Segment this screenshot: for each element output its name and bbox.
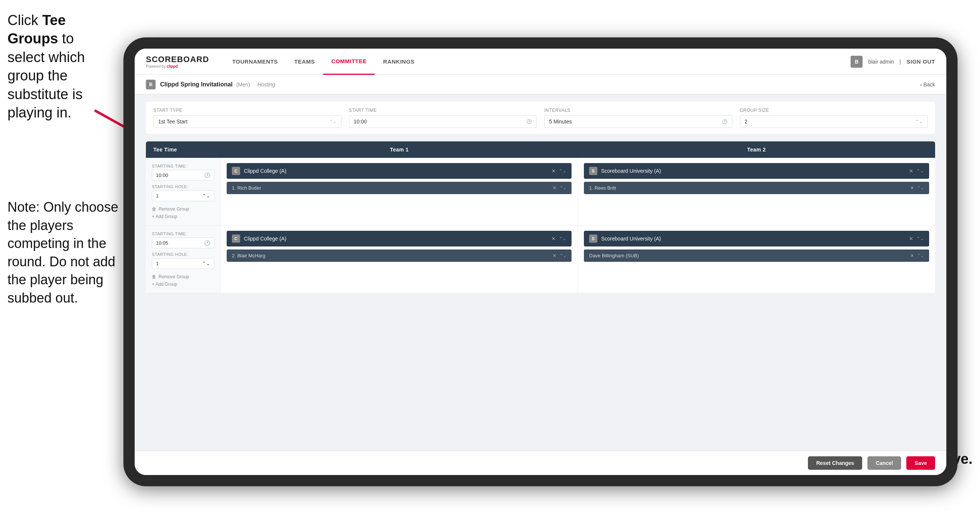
team1-expand-icon-2[interactable]: ⌃⌄ [559,236,566,241]
player1-remove-icon-2[interactable]: ✕ [552,253,557,258]
player1-card-2[interactable]: 2. Blair McHarg ✕ ⌃⌄ [227,250,571,262]
player1-right-2: ✕ ⌃⌄ [552,253,566,258]
team2-card-right-2: ✕ ⌃⌄ [909,236,924,242]
starting-hole-input-1[interactable]: 1 ⌃⌄ [152,190,214,201]
intervals-input[interactable]: 5 Minutes 🕐 [544,115,732,128]
note-prefix: Note: Only choose the players competing … [8,199,118,306]
nav-teams[interactable]: TEAMS [286,49,323,75]
team1-remove-icon-1[interactable]: ✕ [551,168,556,174]
player1-name-1: 1. Rich Butler [232,185,261,191]
team1-icon-2: C [232,234,240,243]
start-time-label: Start Time [349,108,537,113]
player1-expand-icon-1[interactable]: ⌃⌄ [560,186,566,190]
event-icon: B [146,80,156,89]
start-type-group: Start Type 1st Tee Start ⌃⌄ [153,108,342,128]
team1-expand-icon-1[interactable]: ⌃⌄ [559,168,566,174]
col-team1: Team 1 [221,142,578,158]
player2-expand-icon-1[interactable]: ⌃⌄ [917,186,924,190]
team1-name-2: Clippd College (A) [244,236,286,242]
save-button[interactable]: Save [906,456,935,470]
team2-card-1[interactable]: S Scoreboard University (A) ✕ ⌃⌄ [584,163,929,179]
team2-expand-icon-2[interactable]: ⌃⌄ [916,236,924,241]
team2-name-2: Scoreboard University (A) [601,236,661,242]
time-icon-2: 🕐 [204,240,210,246]
team2-remove-icon-1[interactable]: ✕ [909,168,913,174]
start-type-input[interactable]: 1st Tee Start ⌃⌄ [153,115,342,128]
trash-icon-1: 🗑 [152,207,156,212]
instruction-line1: Click [8,12,42,28]
footer-bar: Reset Changes Cancel Save [135,451,947,475]
team1-card-right-2: ✕ ⌃⌄ [551,236,566,242]
user-name: blair admin [868,59,894,65]
starting-time-label-1: STARTING TIME: [152,164,214,168]
add-group-btn-2[interactable]: + Add Group [152,282,214,287]
starting-hole-input-2[interactable]: 1 ⌃⌄ [152,258,214,269]
team2-expand-icon-1[interactable]: ⌃⌄ [916,168,924,174]
sign-out-link[interactable]: Sign out [906,58,935,65]
cancel-button[interactable]: Cancel [867,456,901,470]
tee-table-header: Tee Time Team 1 Team 2 [146,142,935,158]
team2-remove-icon-2[interactable]: ✕ [909,236,913,242]
logo-area: SCOREBOARD Powered by clippd [146,55,209,68]
starting-hole-label-1: STARTING HOLE: [152,185,214,189]
team2-col-1: S Scoreboard University (A) ✕ ⌃⌄ 1. Rees… [578,158,935,225]
hole-arrow-icon-1: ⌃⌄ [202,193,210,199]
hosting-badge: Hosting [257,81,275,88]
nav-tournaments[interactable]: TOURNAMENTS [224,49,286,75]
navbar: SCOREBOARD Powered by clippd TOURNAMENTS… [135,49,947,75]
player1-card-1[interactable]: 1. Rich Butler ✕ ⌃⌄ [227,182,571,194]
tee-time-col-2: STARTING TIME: 10:05 🕐 STARTING HOLE: 1 … [146,226,221,293]
start-time-icon: 🕐 [526,119,532,124]
start-type-label: Start Type [153,108,342,113]
team1-col-1: C Clippd College (A) ✕ ⌃⌄ 1. Rich Butler [221,158,578,225]
tee-time-col-1: STARTING TIME: 10:00 🕐 STARTING HOLE: 1 … [146,158,221,225]
reset-changes-button[interactable]: Reset Changes [808,456,862,470]
event-title: Clippd Spring Invitational [160,81,233,88]
back-button[interactable]: ‹ Back [920,81,935,88]
player2-remove-icon-1[interactable]: ✕ [910,185,914,191]
form-row: Start Type 1st Tee Start ⌃⌄ Start Time 1… [146,102,935,134]
starting-time-input-1[interactable]: 10:00 🕐 [152,170,214,181]
start-time-input[interactable]: 10:00 🕐 [349,115,537,128]
player1-remove-icon-1[interactable]: ✕ [552,185,557,191]
nav-rankings[interactable]: RANKINGS [375,49,423,75]
team2-card-left-2: S Scoreboard University (A) [589,234,661,243]
team1-remove-icon-2[interactable]: ✕ [551,236,556,242]
nav-committee[interactable]: COMMITTEE [323,49,375,75]
starting-time-input-2[interactable]: 10:05 🕐 [152,237,214,248]
trash-icon-2: 🗑 [152,274,156,279]
player2-card-1[interactable]: 1. Rees Britt ✕ ⌃⌄ [584,182,929,194]
tablet-screen: SCOREBOARD Powered by clippd TOURNAMENTS… [135,49,947,475]
player1-name-2: 2. Blair McHarg [232,253,266,258]
separator: | [900,59,901,65]
team2-card-2[interactable]: S Scoreboard University (A) ✕ ⌃⌄ [584,231,929,247]
team1-col-2: C Clippd College (A) ✕ ⌃⌄ 2. Blair McHar… [221,226,578,293]
player2-expand-icon-2[interactable]: ⌃⌄ [917,253,924,258]
remove-group-btn-2[interactable]: 🗑 Remove Group [152,274,214,279]
scoreboard-logo: SCOREBOARD [146,55,209,64]
nav-right: B blair admin | Sign out [851,56,935,68]
team1-card-2[interactable]: C Clippd College (A) ✕ ⌃⌄ [227,231,571,247]
team2-icon-1: S [589,167,597,175]
content-area: Start Type 1st Tee Start ⌃⌄ Start Time 1… [135,94,947,451]
tablet-frame: SCOREBOARD Powered by clippd TOURNAMENTS… [123,37,958,486]
team2-icon-2: S [589,234,597,243]
add-group-btn-1[interactable]: + Add Group [152,214,214,219]
tee-group-row: STARTING TIME: 10:00 🕐 STARTING HOLE: 1 … [146,158,935,226]
intervals-group: Intervals 5 Minutes 🕐 [544,108,732,128]
group-size-input[interactable]: 2 ⌃⌄ [740,115,928,128]
team1-card-1[interactable]: C Clippd College (A) ✕ ⌃⌄ [227,163,571,179]
player2-right-1: ✕ ⌃⌄ [910,185,924,191]
starting-time-label-2: STARTING TIME: [152,231,214,236]
start-time-group: Start Time 10:00 🕐 [349,108,537,128]
player2-remove-icon-2[interactable]: ✕ [910,253,914,258]
col-tee-time: Tee Time [146,142,221,158]
team2-col-2: S Scoreboard University (A) ✕ ⌃⌄ Dave Bi… [578,226,935,293]
player1-right-1: ✕ ⌃⌄ [552,185,566,191]
tee-groups-section: Tee Time Team 1 Team 2 STARTING TIME: 10… [146,142,935,293]
team1-icon-1: C [232,167,240,175]
player2-card-2[interactable]: Dave Billingham (SUB) ✕ ⌃⌄ [584,250,929,262]
player1-expand-icon-2[interactable]: ⌃⌄ [560,253,566,258]
instruction-note: Note: Only choose the players competing … [0,198,127,307]
remove-group-btn-1[interactable]: 🗑 Remove Group [152,207,214,212]
